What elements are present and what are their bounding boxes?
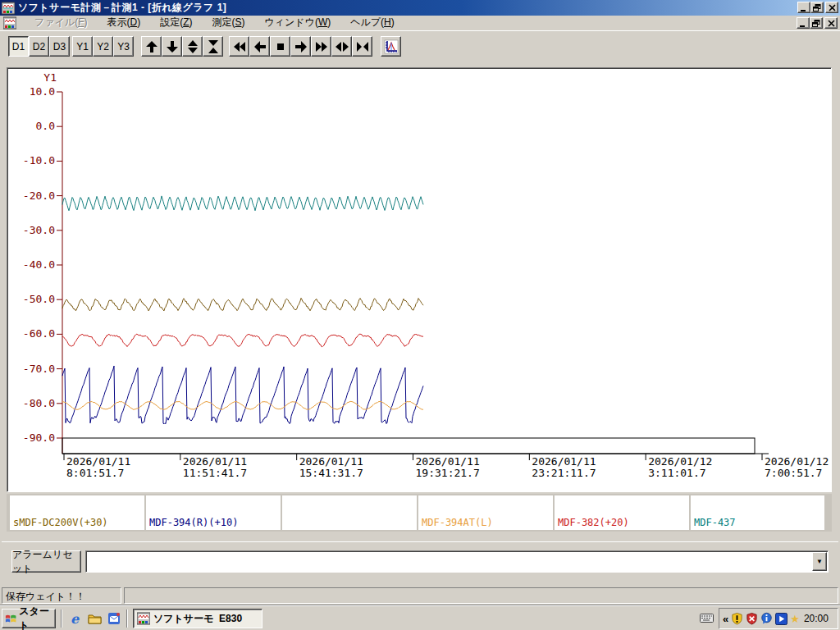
- clock[interactable]: 20:00: [804, 613, 829, 624]
- mdi-minimize-button[interactable]: [797, 17, 810, 29]
- series-ch5-line: [62, 334, 423, 347]
- x-tick-date: 2026/01/11: [532, 455, 596, 468]
- menu-file[interactable]: ファイル(F): [25, 15, 97, 30]
- quicklaunch-internet-explorer-icon[interactable]: e: [67, 611, 82, 626]
- legend-channel-3[interactable]: CH3 [℃] -----: [282, 495, 417, 530]
- start-label: スタート: [19, 605, 55, 630]
- channel-name: MDF-382(+20): [558, 518, 686, 528]
- x-tick-time: 3:11:01.7: [648, 467, 705, 479]
- app-icon: [2, 2, 15, 15]
- menu-window[interactable]: ウィンドウ(W): [255, 15, 341, 30]
- legend-channel-5[interactable]: MDF-382(+20) CH5 [℃] -65.1: [555, 495, 689, 530]
- media-play-tray-icon[interactable]: [775, 613, 788, 625]
- triangles-outward-vertical-icon: [186, 40, 199, 53]
- legend-channel-6[interactable]: MDF-437 CH6 [℃] -23.2: [691, 495, 824, 530]
- stop-button[interactable]: [270, 36, 290, 57]
- fast-rewind-button[interactable]: [229, 36, 249, 57]
- taskbar-separator: [61, 609, 62, 628]
- fast-forward-button[interactable]: [311, 36, 331, 57]
- compress-x-scale-button[interactable]: [352, 36, 372, 57]
- menu-view[interactable]: 表示(D): [97, 15, 150, 30]
- close-button[interactable]: [825, 2, 838, 13]
- info-balloon-icon[interactable]: [760, 612, 773, 625]
- line-graph-panel[interactable]: Y110.00.0-10.0-20.0-30.0-40.0-50.0-60.0-…: [7, 67, 832, 492]
- display-set-2-button[interactable]: D2: [29, 36, 49, 57]
- window-controls: [797, 2, 838, 13]
- step-left-button[interactable]: [249, 36, 270, 57]
- quicklaunch-outlook-express-icon[interactable]: [107, 611, 121, 626]
- y-tick-label: -90.0: [23, 431, 55, 444]
- alarm-reset-button[interactable]: アラームリセット: [11, 550, 81, 573]
- channel-legend: sMDF-DC200V(+30) CH1 [℃] -53.0 MDF-394(R…: [7, 494, 832, 532]
- x-tick-time: 23:21:11.7: [532, 467, 596, 479]
- y-tick-label: -30.0: [23, 224, 55, 236]
- graph-settings-button[interactable]: [381, 36, 401, 57]
- line-graph: Y110.00.0-10.0-20.0-30.0-40.0-50.0-60.0-…: [9, 70, 831, 491]
- legend-channel-4[interactable]: MDF-394AT(L) CH4 [℃] -83.6: [418, 495, 553, 530]
- mdi-close-button[interactable]: [824, 17, 838, 29]
- triangles-inward-horizontal-icon: [356, 40, 369, 53]
- legend-channel-1[interactable]: sMDF-DC200V(+30) CH1 [℃] -53.0: [10, 495, 144, 530]
- series-ch2-line: [62, 366, 423, 424]
- x-tick-time: 7:00:51.7: [765, 467, 822, 479]
- document-icon[interactable]: [3, 16, 16, 30]
- graph-client-area: Y110.00.0-10.0-20.0-30.0-40.0-50.0-60.0-…: [0, 58, 840, 585]
- mdi-restore-button[interactable]: [810, 17, 823, 29]
- arrow-down-icon: [166, 40, 179, 53]
- compress-y-scale-button[interactable]: [203, 36, 223, 57]
- y-tick-label: -10.0: [23, 154, 55, 167]
- security-warning-shield-icon[interactable]: [731, 612, 743, 625]
- status-bar: 保存ウェイト！！: [0, 585, 840, 605]
- y-axis-1-button[interactable]: Y1: [72, 36, 93, 57]
- folder-icon: [88, 613, 102, 624]
- x-tick-date: 2026/01/12: [765, 455, 829, 468]
- x-tick-time: 19:31:21.7: [416, 467, 480, 479]
- step-right-button[interactable]: [290, 36, 311, 57]
- system-tray: « ★ 20:00: [719, 608, 838, 629]
- combo-dropdown-button[interactable]: ▼: [812, 552, 827, 571]
- y-axis-3-button[interactable]: Y3: [113, 36, 134, 57]
- channel-name: sMDF-DC200V(+30): [13, 518, 141, 528]
- triangles-outward-horizontal-icon: [336, 40, 349, 53]
- application-window: ソフトサーモ計測－計測1 - [折れ線グラフ 1] ファイル(F) 表示(D) …: [0, 0, 840, 630]
- restore-button[interactable]: [810, 2, 824, 13]
- windows-logo-icon: [5, 613, 16, 624]
- display-set-3-button[interactable]: D3: [49, 36, 70, 57]
- start-button[interactable]: スタート: [2, 609, 56, 628]
- tray-overflow-chevron[interactable]: «: [723, 613, 728, 625]
- expand-x-scale-button[interactable]: [331, 36, 352, 57]
- menu-settings[interactable]: 設定(Z): [150, 15, 202, 30]
- display-set-1-button[interactable]: D1: [8, 36, 29, 57]
- y-tick-label: -80.0: [23, 397, 55, 409]
- menu-measure[interactable]: 測定(S): [202, 15, 254, 30]
- y-tick-label: -20.0: [23, 189, 55, 202]
- x-tick-time: 8:01:51.7: [66, 467, 124, 479]
- minimize-button[interactable]: [797, 2, 810, 13]
- y-tick-label: 10.0: [30, 85, 55, 98]
- arrow-up-icon: [145, 40, 158, 53]
- double-right-triangle-icon: [315, 40, 328, 53]
- y-tick-label: -70.0: [23, 363, 55, 375]
- menu-help[interactable]: ヘルプ(H): [340, 15, 404, 30]
- arrow-right-icon: [294, 40, 308, 53]
- x-tick-date: 2026/01/11: [66, 455, 130, 468]
- legend-channel-2[interactable]: MDF-394(R)(+10) CH2 [℃] -80.7: [146, 495, 281, 530]
- keyboard-layout-icon[interactable]: [700, 612, 714, 627]
- scroll-up-button[interactable]: [141, 36, 162, 57]
- scroll-down-button[interactable]: [162, 36, 182, 57]
- y-axis-2-button[interactable]: Y2: [93, 36, 113, 57]
- expand-y-scale-button[interactable]: [182, 36, 203, 57]
- quicklaunch-folder-icon[interactable]: [87, 611, 102, 626]
- security-alert-shield-icon[interactable]: [746, 612, 758, 625]
- alarm-panel: アラームリセット ▼: [2, 541, 838, 581]
- star-tray-icon[interactable]: ★: [790, 613, 800, 625]
- window-title: ソフトサーモ計測－計測1 - [折れ線グラフ 1]: [18, 1, 226, 15]
- menu-bar: ファイル(F) 表示(D) 設定(Z) 測定(S) ウィンドウ(W) ヘルプ(H…: [0, 16, 840, 30]
- alarm-combo[interactable]: ▼: [85, 550, 829, 573]
- task-button-softthermo[interactable]: ソフトサーモ E830: [133, 609, 262, 628]
- app-icon: [137, 612, 150, 625]
- x-tick-date: 2026/01/11: [183, 455, 247, 468]
- channel-name: MDF-437: [694, 518, 821, 528]
- x-tick-date: 2026/01/11: [299, 455, 363, 468]
- y-tick-label: 0.0: [36, 120, 55, 132]
